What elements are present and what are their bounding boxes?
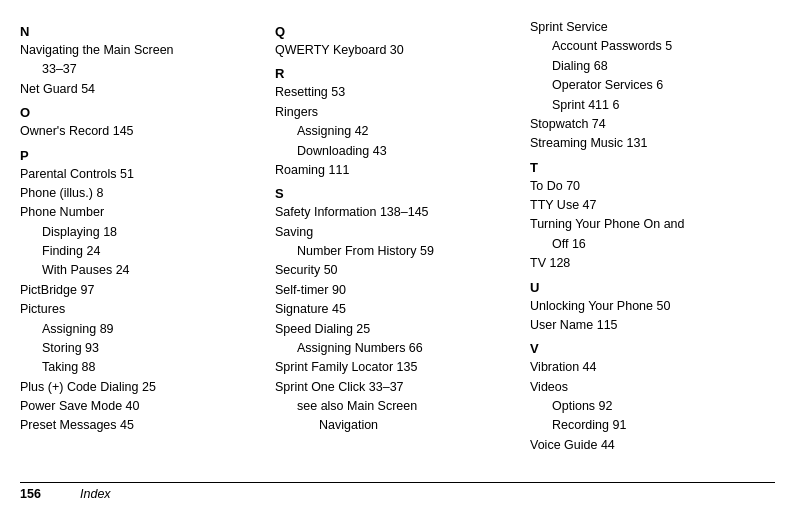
- index-entry: Off 16: [552, 235, 775, 254]
- index-entry: Finding 24: [42, 242, 265, 261]
- section-letter-u: U: [530, 280, 775, 295]
- index-entry: Parental Controls 51: [20, 165, 265, 184]
- column-col3: Sprint ServiceAccount Passwords 5Dialing…: [530, 18, 775, 474]
- index-entry: Turning Your Phone On and: [530, 215, 775, 234]
- index-entry: To Do 70: [530, 177, 775, 196]
- index-entry: Phone Number: [20, 203, 265, 222]
- index-entry: TV 128: [530, 254, 775, 273]
- index-entry: Vibration 44: [530, 358, 775, 377]
- index-entry: Sprint 411 6: [552, 96, 775, 115]
- page: NNavigating the Main Screen33–37Net Guar…: [0, 0, 795, 519]
- index-entry: Signature 45: [275, 300, 520, 319]
- column-col2: QQWERTY Keyboard 30RResetting 53RingersA…: [275, 18, 530, 474]
- index-entry: TTY Use 47: [530, 196, 775, 215]
- index-entry: Voice Guide 44: [530, 436, 775, 455]
- content-columns: NNavigating the Main Screen33–37Net Guar…: [20, 18, 775, 474]
- index-entry: Safety Information 138–145: [275, 203, 520, 222]
- index-entry: Navigation: [319, 416, 520, 435]
- index-entry: Downloading 43: [297, 142, 520, 161]
- index-entry: Number From History 59: [297, 242, 520, 261]
- section-letter-s: S: [275, 186, 520, 201]
- section-letter-v: V: [530, 341, 775, 356]
- index-entry: Self-timer 90: [275, 281, 520, 300]
- index-entry: Sprint One Click 33–37: [275, 378, 520, 397]
- section-letter-r: R: [275, 66, 520, 81]
- index-entry: Sprint Service: [530, 18, 775, 37]
- index-entry: Power Save Mode 40: [20, 397, 265, 416]
- index-entry: Operator Services 6: [552, 76, 775, 95]
- section-letter-q: Q: [275, 24, 520, 39]
- index-entry: PictBridge 97: [20, 281, 265, 300]
- index-entry: Saving: [275, 223, 520, 242]
- index-entry: Resetting 53: [275, 83, 520, 102]
- index-entry: With Pauses 24: [42, 261, 265, 280]
- index-entry: 33–37: [42, 60, 265, 79]
- index-entry: Displaying 18: [42, 223, 265, 242]
- index-entry: Roaming 111: [275, 161, 520, 180]
- index-entry: Recording 91: [552, 416, 775, 435]
- index-entry: Options 92: [552, 397, 775, 416]
- section-letter-t: T: [530, 160, 775, 175]
- index-entry: Sprint Family Locator 135: [275, 358, 520, 377]
- index-entry: Videos: [530, 378, 775, 397]
- footer-index-label: Index: [80, 487, 111, 501]
- footer-page-number: 156: [20, 487, 50, 501]
- section-letter-o: O: [20, 105, 265, 120]
- footer: 156 Index: [20, 482, 775, 501]
- index-entry: Streaming Music 131: [530, 134, 775, 153]
- index-entry: Preset Messages 45: [20, 416, 265, 435]
- index-entry: Navigating the Main Screen: [20, 41, 265, 60]
- index-entry: QWERTY Keyboard 30: [275, 41, 520, 60]
- index-entry: Assigning Numbers 66: [297, 339, 520, 358]
- section-letter-p: P: [20, 148, 265, 163]
- index-entry: Stopwatch 74: [530, 115, 775, 134]
- index-entry: Storing 93: [42, 339, 265, 358]
- index-entry: Security 50: [275, 261, 520, 280]
- section-letter-n: N: [20, 24, 265, 39]
- index-entry: Taking 88: [42, 358, 265, 377]
- index-entry: Assigning 42: [297, 122, 520, 141]
- index-entry: Pictures: [20, 300, 265, 319]
- index-entry: Ringers: [275, 103, 520, 122]
- index-entry: Assigning 89: [42, 320, 265, 339]
- index-entry: User Name 115: [530, 316, 775, 335]
- index-entry: Speed Dialing 25: [275, 320, 520, 339]
- column-col1: NNavigating the Main Screen33–37Net Guar…: [20, 18, 275, 474]
- index-entry: Net Guard 54: [20, 80, 265, 99]
- index-entry: Phone (illus.) 8: [20, 184, 265, 203]
- index-entry: Owner's Record 145: [20, 122, 265, 141]
- index-entry: Dialing 68: [552, 57, 775, 76]
- index-entry: see also Main Screen: [297, 397, 520, 416]
- index-entry: Account Passwords 5: [552, 37, 775, 56]
- index-entry: Unlocking Your Phone 50: [530, 297, 775, 316]
- index-entry: Plus (+) Code Dialing 25: [20, 378, 265, 397]
